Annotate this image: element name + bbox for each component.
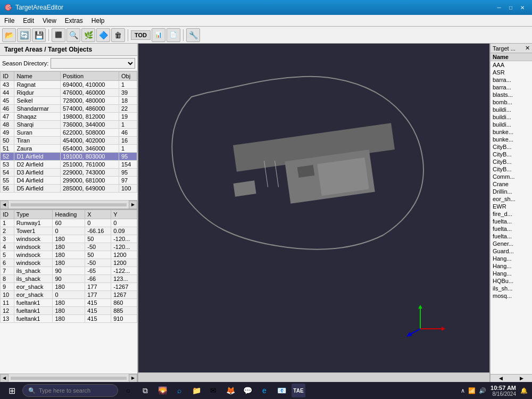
menu-help[interactable]: Help [87, 15, 109, 26]
taskbar-app-search[interactable]: ⌕ [172, 384, 186, 397]
taskbar-app-firefox[interactable]: 🦊 [223, 384, 237, 397]
tray-chevron[interactable]: ∧ [461, 387, 465, 394]
top-table-row[interactable]: 48 Sharqi 736000, 344000 1 [1, 121, 137, 129]
right-list-item[interactable]: Guard... [491, 247, 532, 255]
taskbar-app-outlook[interactable]: 📧 [275, 384, 288, 397]
maximize-button[interactable]: □ [505, 3, 516, 12]
bottom-table-row[interactable]: 1 Runway1 60 0 0 [1, 219, 137, 227]
top-table-row[interactable]: 44 Riqdur 476000, 460000 39 [1, 89, 137, 97]
right-list-item[interactable]: buildi... [491, 121, 532, 128]
right-list-item[interactable]: Crane [491, 180, 532, 188]
bottom-table-scroll[interactable]: ID Type Heading X Y 1 Runway1 60 0 0 2 T… [0, 210, 137, 373]
top-table-row[interactable]: 50 Tiran 454000, 402000 16 [1, 137, 137, 145]
taskbar-cortana[interactable]: ○ [121, 384, 135, 397]
top-table-row[interactable]: 45 Seikel 728000, 480000 18 [1, 97, 137, 105]
chart-button[interactable]: 📊 [152, 28, 165, 42]
right-list-item[interactable]: Gener... [491, 240, 532, 247]
close-button[interactable]: ✕ [517, 3, 528, 12]
right-list-item[interactable]: blasts... [491, 91, 532, 98]
menu-edit[interactable]: Edit [19, 15, 38, 26]
bottom-table-row[interactable]: 13 fueltank1 180 415 910 [1, 315, 137, 323]
taskbar-task-view[interactable]: ⧉ [138, 384, 152, 397]
bottom-table-row[interactable]: 4 windsock 180 -50 -120... [1, 243, 137, 251]
object-button[interactable]: ⬛ [52, 28, 65, 42]
season-dir-select[interactable] [51, 58, 135, 69]
top-table-row[interactable]: 54 D3 Airfield 229000, 743000 95 [1, 169, 137, 177]
top-table-row[interactable]: 43 Ragnat 694000, 410000 1 [1, 81, 137, 89]
right-list-item[interactable]: mosq... [491, 292, 532, 300]
hscroll2-right[interactable]: ▶ [129, 374, 137, 383]
right-list[interactable]: AAAASRbarra...barra...blasts...bomb...bu… [491, 61, 532, 374]
bottom-table-row[interactable]: 3 windsock 180 50 -120... [1, 235, 137, 243]
top-table-row[interactable]: 46 Shandarmar 574000, 486000 22 [1, 105, 137, 113]
taskbar-app-edge[interactable]: e [257, 384, 271, 397]
taskbar-app-files[interactable]: 📁 [189, 384, 203, 397]
top-table-scroll[interactable]: ID Name Position Obj 43 Ragnat 694000, 4… [0, 71, 137, 200]
top-table-row[interactable]: 49 Suran 622000, 508000 46 [1, 129, 137, 137]
tree-button[interactable]: 🌿 [81, 28, 95, 42]
taskbar-app-chat[interactable]: 💬 [240, 384, 254, 397]
right-list-item[interactable]: CityB... [491, 143, 532, 151]
search-zoom-button[interactable]: 🔍 [66, 28, 80, 42]
top-table-row[interactable]: 52 D1 Airfield 191000, 803000 95 [1, 153, 137, 161]
bottom-table-row[interactable]: 7 ils_shack 90 -65 -122... [1, 267, 137, 275]
right-nav-left[interactable]: ◀ [491, 375, 511, 382]
tools-button[interactable]: 🔧 [186, 28, 200, 42]
right-list-item[interactable]: buildi... [491, 106, 532, 113]
right-list-item[interactable]: fuelta... [491, 232, 532, 240]
right-list-item[interactable]: bomb... [491, 98, 532, 106]
refresh-button[interactable]: 🔄 [17, 28, 31, 42]
taskbar-app-mail[interactable]: ✉ [206, 384, 220, 397]
hscroll-right[interactable]: ▶ [129, 201, 137, 209]
tod-button[interactable]: TOD [131, 30, 151, 40]
bottom-table-row[interactable]: 10 eor_shack 0 177 1267 [1, 291, 137, 299]
bottom-table-row[interactable]: 11 fueltank1 180 415 860 [1, 299, 137, 307]
right-list-item[interactable]: buildi... [491, 113, 532, 121]
network-icon[interactable]: 📶 [468, 387, 476, 394]
start-button[interactable]: ⊞ [4, 383, 19, 398]
right-list-item[interactable]: barra... [491, 84, 532, 91]
right-list-item[interactable]: bunke... [491, 128, 532, 136]
right-list-item[interactable]: Hang... [491, 270, 532, 277]
notification-icon[interactable]: 🔔 [520, 387, 528, 394]
right-list-item[interactable]: ils_sh... [491, 285, 532, 292]
top-table-row[interactable]: 53 D2 Airfield 251000, 761000 154 [1, 161, 137, 169]
system-clock[interactable]: 10:57 AM 8/16/2024 [491, 385, 516, 397]
bottom-table-row[interactable]: 6 windsock 180 -50 1200 [1, 259, 137, 267]
top-table-hscroll[interactable]: ◀ ▶ [0, 200, 137, 209]
menu-file[interactable]: File [0, 15, 19, 26]
menu-view[interactable]: View [38, 15, 61, 26]
right-list-item[interactable]: HQBu... [491, 277, 532, 285]
top-table-row[interactable]: 47 Shaqaz 198000, 812000 19 [1, 113, 137, 121]
top-table-row[interactable]: 55 D4 Airfield 299000, 681000 97 [1, 177, 137, 185]
menu-extras[interactable]: Extras [61, 15, 87, 26]
taskbar-app-tae[interactable]: TAE [292, 384, 305, 397]
bottom-table-row[interactable]: 12 fueltank1 180 415 885 [1, 307, 137, 315]
right-list-item[interactable]: CityB... [491, 158, 532, 165]
right-list-item[interactable]: Hang... [491, 255, 532, 262]
right-list-item[interactable]: eor_sh... [491, 195, 532, 203]
right-list-item[interactable]: fuelta... [491, 218, 532, 225]
delete-button[interactable]: 🗑 [111, 28, 125, 42]
bottom-table-row[interactable]: 2 Tower1 0 -66.16 0.09 [1, 227, 137, 235]
open-button[interactable]: 📂 [2, 28, 16, 42]
right-list-item[interactable]: Hang... [491, 262, 532, 270]
bottom-table-hscroll[interactable]: ◀ ▶ [0, 373, 137, 382]
bottom-table-row[interactable]: 5 windsock 180 50 1200 [1, 251, 137, 259]
right-list-item[interactable]: CityB... [491, 165, 532, 173]
taskbar-app-hills[interactable]: 🌄 [155, 384, 169, 397]
top-table-row[interactable]: 56 D5 Airfield 285000, 649000 100 [1, 185, 137, 193]
right-list-item[interactable]: EWR [491, 203, 532, 210]
page-button[interactable]: 📄 [167, 28, 180, 42]
bottom-table-row[interactable]: 8 ils_shack 90 -66 123... [1, 275, 137, 283]
top-table-row[interactable]: 51 Zaura 654000, 346000 1 [1, 145, 137, 153]
bottom-table-row[interactable]: 9 eor_shack 180 177 -1267 [1, 283, 137, 291]
save-button[interactable]: 💾 [32, 28, 46, 42]
right-list-item[interactable]: ASR [491, 69, 532, 76]
right-list-item[interactable]: Drillin... [491, 188, 532, 195]
right-list-item[interactable]: fuelta... [491, 225, 532, 232]
right-list-item[interactable]: barra... [491, 76, 532, 84]
taskbar-search[interactable]: 🔍 Type here to search [22, 384, 118, 397]
volume-icon[interactable]: 🔊 [479, 387, 486, 394]
right-list-item[interactable]: fire_d... [491, 210, 532, 218]
